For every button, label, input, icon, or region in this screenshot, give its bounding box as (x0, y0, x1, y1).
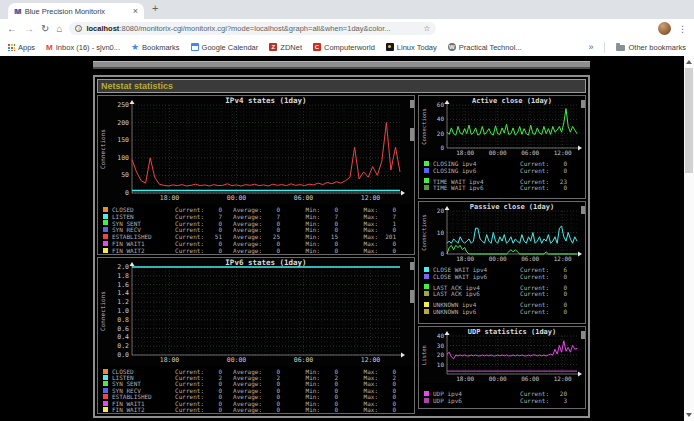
scroll-up-icon[interactable] (686, 60, 692, 64)
svg-text:12:00: 12:00 (361, 356, 381, 364)
svg-text:40: 40 (437, 332, 445, 339)
legend-ipv4: CLOSEDCurrent:0Average:0Min:0Max:0LISTEN… (103, 206, 408, 254)
bookmarks-overflow-icon[interactable]: » (588, 42, 593, 52)
svg-text:00:00: 00:00 (489, 149, 507, 156)
legend-stat-label: Current: (503, 167, 549, 174)
legend-label: TIME_WAIT ipv6 (433, 184, 503, 191)
svg-text:20: 20 (437, 351, 445, 358)
star-icon: ★ (131, 43, 139, 51)
page-scrollbar[interactable] (684, 56, 694, 421)
reload-icon[interactable]: ↻ (41, 24, 49, 34)
tab-close-icon[interactable]: × (133, 6, 138, 16)
legend-stat-label: Current: (503, 290, 549, 297)
profile-avatar[interactable] (658, 22, 671, 35)
legend-swatch (103, 248, 108, 253)
svg-text:30: 30 (437, 342, 445, 349)
computerworld-icon: C (313, 43, 321, 51)
legend-swatch (103, 234, 108, 239)
svg-text:Connections: Connections (99, 129, 106, 169)
legend-stat-label: Current: (503, 184, 549, 191)
browser-toolbar: ← → ↻ ⌂ i localhost:8080/monitorix-cgi/m… (0, 19, 694, 38)
legend-stat-label: Min: (280, 247, 320, 254)
legend-swatch (103, 388, 108, 393)
bookmark-apps[interactable]: Apps (8, 43, 35, 52)
bookmark-computerworld[interactable]: CComputerworld (313, 43, 375, 52)
scrollbar-thumb[interactable] (685, 68, 693, 173)
svg-text:UDP statistics (1day): UDP statistics (1day) (468, 328, 557, 336)
legend-label: UNKNOWN ipv6 (433, 308, 503, 315)
legend-row: CLOSE_WAIT ipv6Current:0 (424, 273, 579, 280)
svg-text:12:00: 12:00 (361, 194, 381, 202)
legend-swatch (103, 207, 108, 212)
bookmark-star-icon[interactable]: ☆ (423, 24, 430, 33)
svg-text:12:00: 12:00 (554, 255, 572, 262)
legend-row: UDP ipv6Current:3 (424, 397, 579, 404)
other-bookmarks-button[interactable]: Other bookmarks (616, 43, 686, 52)
chart-panel-udp-statistics: 1020304018:0000:0006:0012:00UDP statisti… (418, 326, 586, 409)
svg-text:12:00: 12:00 (554, 149, 572, 156)
svg-text:1.6: 1.6 (117, 281, 129, 289)
legend-swatch (424, 185, 429, 190)
legend-stat-label: Max: (338, 406, 378, 413)
legend-stat-label: Current: (164, 406, 204, 413)
legend-row: TIME_WAIT ipv6Current:0 (424, 184, 579, 191)
legend-swatch (424, 391, 429, 396)
legend-swatch (424, 398, 429, 403)
svg-text:0.8: 0.8 (117, 316, 129, 324)
netstat-section: Netstat statistics 05010015020025018:000… (93, 75, 590, 418)
legend-row: CLOSING ipv6Current:0 (424, 167, 579, 174)
legend-swatch (424, 274, 429, 279)
legend-swatch (103, 369, 108, 374)
svg-text:0.2: 0.2 (117, 342, 129, 350)
page-info-icon[interactable]: i (75, 25, 82, 32)
scroll-down-icon[interactable] (686, 413, 692, 417)
legend-udp: UDP ipv4Current:20UDP ipv6Current:3 (424, 390, 579, 404)
svg-text:18:00: 18:00 (456, 255, 474, 262)
legend-swatch (103, 381, 108, 386)
section-title: Netstat statistics (97, 79, 586, 93)
bookmark-inbox[interactable]: MInbox (16) - sjvn0... (46, 43, 120, 52)
bookmark-zdnet[interactable]: ZZDNet (269, 43, 302, 52)
legend-swatch (103, 241, 108, 246)
svg-text:Active close (1day): Active close (1day) (472, 97, 552, 105)
svg-text:0: 0 (440, 144, 444, 151)
url-text[interactable]: localhost:8080/monitorix-cgi/monitorix.c… (86, 24, 419, 33)
legend-swatch (103, 407, 108, 412)
bookmark-linux-today[interactable]: Linux Today (386, 43, 437, 52)
svg-text:10: 10 (437, 229, 445, 236)
browser-tab[interactable]: M Blue Precision Monitorix × (8, 3, 144, 19)
zdnet-icon: Z (269, 43, 277, 51)
legend-stat-label: Current: (503, 397, 549, 404)
bookmark-practical-technology[interactable]: WPractical Technol... (448, 43, 522, 52)
svg-text:20: 20 (437, 130, 445, 137)
legend-stat-value: 0 (262, 406, 280, 413)
folder-icon (616, 45, 625, 51)
legend-stat-value: 0 (549, 290, 567, 297)
linux-today-icon (386, 43, 394, 51)
chart-panel-ipv6-states: 0.00.20.40.60.81.01.21.41.61.82.018:0000… (97, 257, 415, 414)
svg-text:Connections: Connections (421, 214, 427, 250)
bookmark-bookmarks[interactable]: ★Bookmarks (131, 43, 180, 52)
forward-icon[interactable]: → (24, 24, 34, 34)
svg-text:250: 250 (117, 101, 129, 109)
new-tab-button[interactable]: + (152, 2, 158, 14)
legend-swatch (103, 401, 108, 406)
bookmark-google-calendar[interactable]: Google Calendar (191, 43, 259, 52)
chart-svg: 0102018:0000:0006:0012:00Passive close (… (419, 202, 585, 264)
svg-text:00:00: 00:00 (489, 255, 507, 262)
address-bar[interactable]: i localhost:8080/monitorix-cgi/monitorix… (69, 22, 436, 35)
menu-kebab-icon[interactable]: ⋮ (678, 24, 687, 34)
svg-text:Connections: Connections (99, 291, 106, 331)
previous-section-bottom-border (93, 61, 590, 69)
legend-row: LAST_ACK ipv6Current:0 (424, 290, 579, 297)
svg-text:00:00: 00:00 (227, 194, 247, 202)
svg-text:2.0: 2.0 (117, 263, 129, 271)
svg-text:18:00: 18:00 (456, 375, 474, 382)
legend-stat-value: 0 (549, 273, 567, 280)
svg-text:40: 40 (437, 115, 445, 122)
legend-stat-value: 0 (549, 308, 567, 315)
legend-stat-value: 0 (204, 406, 222, 413)
legend-swatch (424, 302, 429, 307)
home-icon[interactable]: ⌂ (56, 24, 62, 34)
back-icon[interactable]: ← (7, 24, 17, 34)
